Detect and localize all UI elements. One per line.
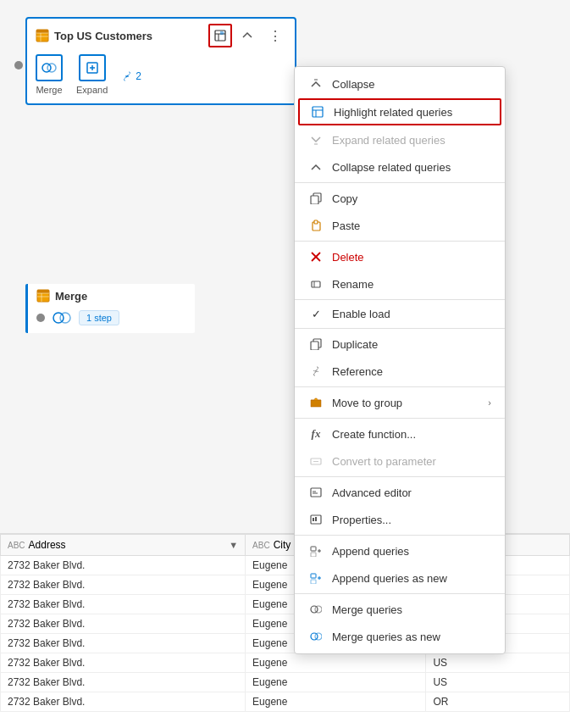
svg-rect-44 xyxy=(311,580,316,584)
menu-item-enable-load[interactable]: ✓ Enable load xyxy=(295,302,505,326)
svg-rect-1 xyxy=(36,30,48,33)
link-icon xyxy=(121,70,133,82)
table-cell: US xyxy=(426,673,570,692)
merge-table-icon xyxy=(36,289,50,303)
menu-item-rename[interactable]: Rename xyxy=(295,270,505,297)
table-icon xyxy=(36,29,49,42)
svg-point-9 xyxy=(47,64,56,72)
highlight-related-icon xyxy=(310,104,325,119)
more-options-button[interactable]: ⋮ xyxy=(263,24,286,47)
svg-rect-18 xyxy=(313,107,323,117)
svg-rect-27 xyxy=(312,281,320,287)
menu-item-merge-queries[interactable]: Merge queries xyxy=(295,596,505,623)
menu-item-append-queries[interactable]: Append queries xyxy=(295,537,505,564)
card-body: Merge Expand 2 xyxy=(36,54,286,95)
menu-highlight-label: Highlight related queries xyxy=(334,106,452,119)
menu-rename-label: Rename xyxy=(332,278,374,291)
table-row: 2732 Baker Blvd.EugeneUS xyxy=(1,673,570,692)
svg-rect-40 xyxy=(311,553,316,557)
menu-delete-label: Delete xyxy=(332,251,364,264)
menu-item-copy[interactable]: Copy xyxy=(295,185,505,212)
card-title: Top US Customers xyxy=(36,29,152,42)
table-cell: US xyxy=(426,653,570,673)
menu-item-create-function[interactable]: fx Create function... xyxy=(295,420,505,447)
menu-move-to-group-label: Move to group xyxy=(332,397,402,409)
duplicate-icon xyxy=(308,336,324,352)
merge-card: Merge 1 step xyxy=(25,284,195,333)
delete-icon xyxy=(308,249,324,264)
expand-step-label: Expand xyxy=(76,85,108,95)
address-type-badge: ABC xyxy=(8,541,25,550)
card-title-text: Top US Customers xyxy=(54,30,152,42)
merge-step-badge: 1 step xyxy=(79,310,119,325)
menu-item-highlight[interactable]: Highlight related queries xyxy=(298,98,501,125)
menu-collapse-related-label: Collapse related queries xyxy=(332,161,451,174)
menu-item-append-queries-new[interactable]: Append queries as new xyxy=(295,564,505,592)
table-cell: 2732 Baker Blvd. xyxy=(1,634,246,653)
menu-reference-label: Reference xyxy=(332,365,383,378)
menu-convert-param-label: Convert to parameter xyxy=(332,455,436,468)
rename-icon xyxy=(308,276,324,292)
collapse-button[interactable] xyxy=(235,24,259,47)
table-cell: 2732 Baker Blvd. xyxy=(1,595,246,614)
divider-7 xyxy=(295,476,505,477)
expand-related-icon xyxy=(308,132,324,147)
top-us-customers-card: Top US Customers xyxy=(25,17,296,105)
menu-item-collapse[interactable]: Collapse xyxy=(295,70,505,97)
address-filter-btn[interactable]: ▼ xyxy=(229,540,238,550)
merge-step-label: Merge xyxy=(36,85,62,95)
link-badge[interactable]: 2 xyxy=(121,70,141,82)
reference-icon xyxy=(308,364,324,379)
menu-item-duplicate[interactable]: Duplicate xyxy=(295,331,505,358)
checkmark-icon: ✓ xyxy=(308,308,324,320)
merge-step: Merge xyxy=(36,54,63,95)
svg-rect-12 xyxy=(37,290,49,293)
col-header-address[interactable]: ABC Address ▼ xyxy=(1,535,246,556)
menu-paste-label: Paste xyxy=(332,220,360,232)
menu-item-merge-queries-new[interactable]: Merge queries as new xyxy=(295,623,505,650)
arrow-collapse-icon xyxy=(308,76,324,92)
paste-icon xyxy=(308,218,324,233)
editor-icon xyxy=(308,485,324,500)
menu-item-advanced-editor[interactable]: Advanced editor xyxy=(295,479,505,506)
menu-append-queries-label: Append queries xyxy=(332,545,409,558)
city-type-badge: ABC xyxy=(252,541,270,550)
menu-item-delete[interactable]: Delete xyxy=(295,243,505,270)
table-cell: 2732 Baker Blvd. xyxy=(1,614,246,634)
expand-step: Expand xyxy=(76,54,108,95)
menu-properties-label: Properties... xyxy=(332,514,391,526)
menu-collapse-label: Collapse xyxy=(332,78,375,91)
menu-merge-queries-label: Merge queries xyxy=(332,603,402,616)
copy-icon xyxy=(308,191,324,206)
ellipsis-icon: ⋮ xyxy=(268,28,281,44)
append-new-icon xyxy=(308,570,324,586)
city-col-label: City xyxy=(274,539,291,551)
menu-merge-queries-new-label: Merge queries as new xyxy=(332,631,440,643)
card-header: Top US Customers xyxy=(36,24,286,47)
svg-point-48 xyxy=(315,606,322,613)
menu-item-paste[interactable]: Paste xyxy=(295,212,505,239)
svg-rect-30 xyxy=(311,342,318,350)
highlight-button[interactable] xyxy=(208,24,232,47)
table-cell: 2732 Baker Blvd. xyxy=(1,575,246,595)
merge-new-icon xyxy=(308,629,324,644)
table-cell: 2732 Baker Blvd. xyxy=(1,653,246,673)
menu-enable-load-label: Enable load xyxy=(332,308,390,320)
divider-6 xyxy=(295,418,505,419)
table-cell: Eugene xyxy=(246,653,426,673)
merge-card-title: Merge xyxy=(55,290,87,303)
menu-item-properties[interactable]: Properties... xyxy=(295,506,505,533)
menu-item-move-to-group[interactable]: Move to group › xyxy=(295,389,505,416)
table-cell: Eugene xyxy=(246,673,426,692)
expand-step-icon xyxy=(79,54,106,81)
divider-8 xyxy=(295,535,505,536)
merge-step-icon xyxy=(36,54,63,81)
menu-expand-related-label: Expand related queries xyxy=(332,134,445,147)
menu-duplicate-label: Duplicate xyxy=(332,338,378,351)
svg-rect-22 xyxy=(311,196,318,204)
merge-step-row: 1 step xyxy=(36,308,186,328)
menu-item-reference[interactable]: Reference xyxy=(295,358,505,385)
svg-rect-33 xyxy=(311,488,321,497)
table-row: 2732 Baker Blvd.EugeneUS xyxy=(1,653,570,673)
menu-item-collapse-related[interactable]: Collapse related queries xyxy=(295,153,505,181)
